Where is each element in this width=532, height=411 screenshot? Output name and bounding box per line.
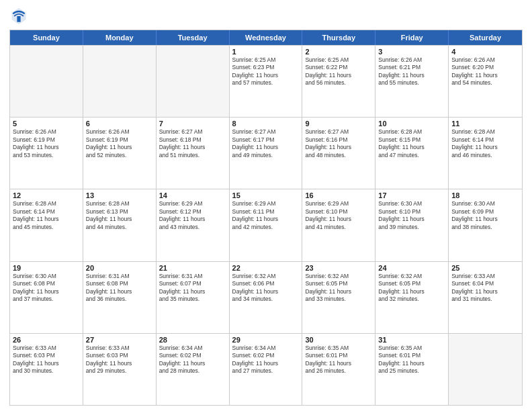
day-cell-15: 15Sunrise: 6:29 AM Sunset: 6:11 PM Dayli…	[230, 189, 303, 261]
day-info: Sunrise: 6:26 AM Sunset: 6:19 PM Dayligh…	[86, 128, 153, 159]
day-number: 5	[13, 120, 80, 128]
weekday-header-friday: Friday	[375, 30, 449, 45]
day-cell-4: 4Sunrise: 6:26 AM Sunset: 6:20 PM Daylig…	[449, 46, 522, 117]
calendar-row-5: 26Sunrise: 6:33 AM Sunset: 6:03 PM Dayli…	[10, 333, 522, 405]
day-cell-27: 27Sunrise: 6:33 AM Sunset: 6:03 PM Dayli…	[83, 334, 157, 405]
day-info: Sunrise: 6:27 AM Sunset: 6:18 PM Dayligh…	[159, 128, 226, 159]
day-number: 28	[159, 336, 226, 344]
day-cell-empty-0-2	[157, 46, 230, 117]
day-info: Sunrise: 6:28 AM Sunset: 6:13 PM Dayligh…	[86, 200, 153, 231]
day-cell-13: 13Sunrise: 6:28 AM Sunset: 6:13 PM Dayli…	[83, 189, 157, 261]
day-info: Sunrise: 6:30 AM Sunset: 6:09 PM Dayligh…	[451, 200, 519, 231]
day-number: 14	[159, 191, 226, 199]
day-info: Sunrise: 6:33 AM Sunset: 6:03 PM Dayligh…	[86, 345, 153, 375]
day-cell-29: 29Sunrise: 6:34 AM Sunset: 6:02 PM Dayli…	[230, 334, 303, 405]
page: SundayMondayTuesdayWednesdayThursdayFrid…	[0, 0, 532, 411]
calendar-row-4: 19Sunrise: 6:30 AM Sunset: 6:08 PM Dayli…	[10, 261, 522, 333]
day-cell-24: 24Sunrise: 6:32 AM Sunset: 6:05 PM Dayli…	[375, 262, 449, 333]
day-cell-22: 22Sunrise: 6:32 AM Sunset: 6:06 PM Dayli…	[230, 262, 303, 333]
day-number: 3	[378, 48, 445, 56]
day-number: 16	[305, 191, 372, 199]
day-number: 26	[13, 336, 80, 344]
day-cell-14: 14Sunrise: 6:29 AM Sunset: 6:12 PM Dayli…	[157, 189, 230, 261]
weekday-header-wednesday: Wednesday	[230, 30, 303, 45]
day-info: Sunrise: 6:31 AM Sunset: 6:08 PM Dayligh…	[86, 273, 153, 304]
day-number: 12	[13, 191, 80, 199]
day-cell-17: 17Sunrise: 6:30 AM Sunset: 6:10 PM Dayli…	[375, 189, 449, 261]
day-number: 29	[232, 336, 300, 344]
day-number: 1	[232, 48, 300, 56]
day-number: 6	[86, 120, 153, 128]
day-cell-19: 19Sunrise: 6:30 AM Sunset: 6:08 PM Dayli…	[10, 262, 83, 333]
day-info: Sunrise: 6:27 AM Sunset: 6:16 PM Dayligh…	[305, 128, 372, 159]
day-number: 13	[86, 191, 153, 199]
day-number: 21	[159, 264, 226, 272]
day-cell-30: 30Sunrise: 6:35 AM Sunset: 6:01 PM Dayli…	[302, 334, 375, 405]
day-cell-empty-0-0	[10, 46, 83, 117]
day-cell-21: 21Sunrise: 6:31 AM Sunset: 6:07 PM Dayli…	[157, 262, 230, 333]
day-cell-10: 10Sunrise: 6:28 AM Sunset: 6:15 PM Dayli…	[375, 118, 449, 189]
day-info: Sunrise: 6:28 AM Sunset: 6:14 PM Dayligh…	[451, 128, 519, 159]
weekday-header-thursday: Thursday	[302, 30, 375, 45]
day-cell-5: 5Sunrise: 6:26 AM Sunset: 6:19 PM Daylig…	[10, 118, 83, 189]
day-number: 18	[451, 191, 519, 199]
day-cell-empty-4-6	[449, 334, 522, 405]
day-info: Sunrise: 6:28 AM Sunset: 6:14 PM Dayligh…	[13, 200, 80, 231]
day-number: 20	[86, 264, 153, 272]
calendar-row-2: 5Sunrise: 6:26 AM Sunset: 6:19 PM Daylig…	[10, 117, 522, 189]
day-info: Sunrise: 6:32 AM Sunset: 6:05 PM Dayligh…	[305, 273, 372, 304]
day-info: Sunrise: 6:29 AM Sunset: 6:11 PM Dayligh…	[232, 200, 300, 231]
calendar-row-1: 1Sunrise: 6:25 AM Sunset: 6:23 PM Daylig…	[10, 45, 522, 117]
day-info: Sunrise: 6:25 AM Sunset: 6:23 PM Dayligh…	[232, 56, 300, 87]
day-number: 19	[13, 264, 80, 272]
day-info: Sunrise: 6:34 AM Sunset: 6:02 PM Dayligh…	[232, 345, 300, 375]
day-info: Sunrise: 6:25 AM Sunset: 6:22 PM Dayligh…	[305, 56, 372, 87]
day-info: Sunrise: 6:32 AM Sunset: 6:06 PM Dayligh…	[232, 273, 300, 304]
day-number: 15	[232, 191, 300, 199]
header	[9, 7, 523, 26]
day-cell-16: 16Sunrise: 6:29 AM Sunset: 6:10 PM Dayli…	[302, 189, 375, 261]
day-number: 11	[451, 120, 519, 128]
day-number: 25	[451, 264, 519, 272]
calendar-body: 1Sunrise: 6:25 AM Sunset: 6:23 PM Daylig…	[10, 45, 522, 405]
day-cell-23: 23Sunrise: 6:32 AM Sunset: 6:05 PM Dayli…	[302, 262, 375, 333]
day-cell-31: 31Sunrise: 6:35 AM Sunset: 6:01 PM Dayli…	[375, 334, 449, 405]
day-number: 17	[378, 191, 445, 199]
day-info: Sunrise: 6:29 AM Sunset: 6:10 PM Dayligh…	[305, 200, 372, 231]
day-cell-9: 9Sunrise: 6:27 AM Sunset: 6:16 PM Daylig…	[302, 118, 375, 189]
day-cell-8: 8Sunrise: 6:27 AM Sunset: 6:17 PM Daylig…	[230, 118, 303, 189]
day-info: Sunrise: 6:26 AM Sunset: 6:20 PM Dayligh…	[451, 56, 519, 87]
weekday-header-saturday: Saturday	[449, 30, 522, 45]
calendar-header: SundayMondayTuesdayWednesdayThursdayFrid…	[10, 30, 522, 45]
day-info: Sunrise: 6:30 AM Sunset: 6:08 PM Dayligh…	[13, 273, 80, 304]
calendar: SundayMondayTuesdayWednesdayThursdayFrid…	[9, 30, 523, 406]
day-number: 24	[378, 264, 445, 272]
day-cell-11: 11Sunrise: 6:28 AM Sunset: 6:14 PM Dayli…	[449, 118, 522, 189]
day-number: 23	[305, 264, 372, 272]
day-info: Sunrise: 6:26 AM Sunset: 6:21 PM Dayligh…	[378, 56, 445, 87]
day-cell-20: 20Sunrise: 6:31 AM Sunset: 6:08 PM Dayli…	[83, 262, 157, 333]
weekday-header-sunday: Sunday	[10, 30, 83, 45]
day-info: Sunrise: 6:35 AM Sunset: 6:01 PM Dayligh…	[305, 345, 372, 375]
day-number: 2	[305, 48, 372, 56]
day-info: Sunrise: 6:35 AM Sunset: 6:01 PM Dayligh…	[378, 345, 445, 375]
day-number: 10	[378, 120, 445, 128]
day-number: 9	[305, 120, 372, 128]
day-info: Sunrise: 6:31 AM Sunset: 6:07 PM Dayligh…	[159, 273, 226, 304]
day-info: Sunrise: 6:33 AM Sunset: 6:03 PM Dayligh…	[13, 345, 80, 375]
day-cell-25: 25Sunrise: 6:33 AM Sunset: 6:04 PM Dayli…	[449, 262, 522, 333]
day-number: 27	[86, 336, 153, 344]
svg-rect-1	[17, 16, 20, 22]
day-number: 4	[451, 48, 519, 56]
day-cell-1: 1Sunrise: 6:25 AM Sunset: 6:23 PM Daylig…	[230, 46, 303, 117]
day-cell-3: 3Sunrise: 6:26 AM Sunset: 6:21 PM Daylig…	[375, 46, 449, 117]
day-cell-18: 18Sunrise: 6:30 AM Sunset: 6:09 PM Dayli…	[449, 189, 522, 261]
day-number: 8	[232, 120, 300, 128]
day-cell-2: 2Sunrise: 6:25 AM Sunset: 6:22 PM Daylig…	[302, 46, 375, 117]
day-info: Sunrise: 6:33 AM Sunset: 6:04 PM Dayligh…	[451, 273, 519, 304]
day-cell-7: 7Sunrise: 6:27 AM Sunset: 6:18 PM Daylig…	[157, 118, 230, 189]
weekday-header-tuesday: Tuesday	[157, 30, 230, 45]
day-info: Sunrise: 6:28 AM Sunset: 6:15 PM Dayligh…	[378, 128, 445, 159]
day-info: Sunrise: 6:34 AM Sunset: 6:02 PM Dayligh…	[159, 345, 226, 375]
day-cell-26: 26Sunrise: 6:33 AM Sunset: 6:03 PM Dayli…	[10, 334, 83, 405]
